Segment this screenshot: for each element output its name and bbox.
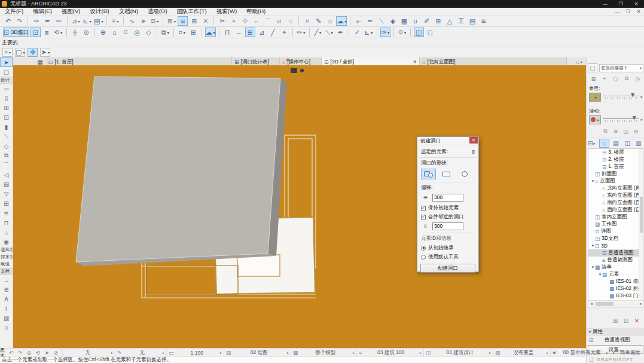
truss-button[interactable]: △ <box>444 16 454 26</box>
shading-mode-dropdown[interactable]: ◐简单底纹▸ <box>611 349 644 356</box>
pipe-tool[interactable]: 排水管 <box>0 254 13 261</box>
chevron-right-icon[interactable]: ▸ <box>640 94 643 99</box>
group-button[interactable]: ⧉▾ <box>149 16 160 26</box>
section-3d-button[interactable]: ⊓ <box>222 28 233 37</box>
tree-item-east-elevation[interactable]: ⌂东向立面图 (自动重 <box>588 192 643 199</box>
rectangle-shape-button[interactable] <box>439 169 454 179</box>
camera-button[interactable]: ⌑ <box>121 28 131 37</box>
shell-tool[interactable]: ⌒ <box>0 160 13 170</box>
intersect-button[interactable]: ⌗ <box>302 16 312 26</box>
snap-points-button[interactable]: ⌖ <box>279 28 289 37</box>
trace-layers-button[interactable]: ⧉ <box>623 75 631 83</box>
maximize-button[interactable]: ❐ <box>613 1 628 7</box>
fillet-button[interactable]: ⌒ <box>263 16 273 26</box>
pen-b-button[interactable]: ✒ <box>335 28 346 37</box>
connect-button[interactable]: ⟜ <box>353 16 364 26</box>
slider-thumb[interactable] <box>631 93 634 97</box>
scale-status-dropdown[interactable]: ▭1:100▸ <box>167 349 224 356</box>
lamp-tool[interactable]: ◉ <box>0 237 13 246</box>
confirm-button[interactable]: ✓ <box>352 28 362 37</box>
default-tool-radio-row[interactable]: 使用默认工具 <box>417 254 478 260</box>
properties-header[interactable]: ▾ 属性 <box>587 328 644 335</box>
corner-button[interactable]: ⌐ <box>251 16 261 26</box>
menu-选项[interactable]: 选项(O) <box>143 8 172 16</box>
column-tool[interactable]: ▮ <box>0 122 13 132</box>
pen-set-status-dropdown[interactable]: ≡03 建筑 100▸ <box>357 349 424 356</box>
new-viewpoint-button[interactable]: ⊡ <box>621 316 631 325</box>
text-tool[interactable]: A <box>0 294 13 304</box>
view-map-tab-button[interactable]: ▤ <box>611 139 621 148</box>
tree-item-south-elevation[interactable]: ⌂南向立面图 (自动重 <box>588 199 643 206</box>
line-type-b-button[interactable]: ⟍▾ <box>324 28 334 37</box>
dimension-tool[interactable]: ↔ <box>0 275 13 285</box>
inject-parameters-button[interactable]: ✒ <box>42 16 53 26</box>
viewpoint-button[interactable]: ◇ <box>144 28 154 37</box>
pen-status-dropdown[interactable]: ✎无▸ <box>115 349 167 356</box>
trace-reference-dropdown[interactable]: 在当前楼层下 ▾ <box>599 64 643 72</box>
orbit-quick-button[interactable]: ⟲ <box>34 349 42 356</box>
skylight-tool[interactable]: ⊡ <box>0 112 13 122</box>
gravity-button[interactable]: ∿ <box>127 16 137 26</box>
create-opening-button[interactable]: 创建洞口 <box>420 264 475 273</box>
suspend-groups-button[interactable]: ⧈ <box>178 16 188 26</box>
scroll-right-arrow[interactable]: ► <box>638 302 643 306</box>
measure-button[interactable]: ⊿▾ <box>71 16 81 26</box>
pick-up-parameters-button[interactable]: ✑ <box>31 16 41 26</box>
tree-item-ies-01[interactable]: ▦IES-01 墙壁一览表 <box>588 278 643 285</box>
expand-caret-icon[interactable]: ▼ <box>591 244 595 248</box>
merge-openings-row[interactable]: 合并邻近的洞口 <box>417 213 478 220</box>
renovation-button[interactable]: ≋ <box>478 16 489 26</box>
chevron-right-icon[interactable]: ▸ <box>640 117 643 122</box>
arrow-mode-button[interactable]: ➤▾ <box>40 48 50 57</box>
marquee-tool[interactable]: ▢ <box>0 67 13 77</box>
more-button[interactable]: 更多 <box>0 349 5 356</box>
3d-window-button[interactable]: ⊡3D窗口 <box>3 28 29 37</box>
resize-button[interactable]: ⧄ <box>274 16 284 26</box>
scrollbar-thumb[interactable] <box>596 302 614 306</box>
tree-item-story-3[interactable]: ⊟3. 楼层 <box>588 149 643 156</box>
pan-mode-button[interactable]: ✜ <box>28 48 38 57</box>
split-button[interactable]: ✂ <box>217 16 227 26</box>
default-settings-button[interactable]: ⌗▾ <box>2 48 13 57</box>
align-button[interactable]: ≃ <box>365 16 375 26</box>
undo-button[interactable]: ↶ <box>3 16 13 26</box>
favorites-status-dropdown[interactable]: 无▸ <box>63 349 115 356</box>
menu-团队工作[interactable]: 团队工作(T) <box>172 8 212 16</box>
tree-item-generic-axonometry[interactable]: ⧇普通轴测图 <box>588 257 643 264</box>
paint-button[interactable]: ✎ <box>313 16 323 26</box>
fit-in-window-button[interactable]: ⌂ <box>109 28 120 37</box>
tree-item-elevations[interactable]: ▼⌂立面图 <box>588 178 643 185</box>
object-tool[interactable]: ⌂ <box>0 227 13 237</box>
beam-tool[interactable]: ⟍ <box>0 132 13 141</box>
paintbrush-button[interactable]: ✐ <box>422 16 432 26</box>
create-opening-button[interactable]: ☁▾ <box>336 16 347 26</box>
stair-tool[interactable]: ≣ <box>0 208 13 218</box>
tree-item-story-1[interactable]: ⊟1. 首层 <box>588 163 643 170</box>
stretch-button[interactable]: ⟐ <box>240 16 250 26</box>
merge-openings-checkbox[interactable] <box>421 215 426 219</box>
size-input[interactable] <box>432 222 463 230</box>
publisher-tab-button[interactable]: ▥ <box>633 139 643 148</box>
menu-视图[interactable]: 视图(V) <box>57 8 86 16</box>
reference-opacity-slider[interactable] <box>603 93 639 100</box>
new-3d-window-button[interactable]: ⊞ <box>188 28 199 37</box>
orbit-button[interactable]: ⟲▾ <box>53 28 63 37</box>
explode-button[interactable]: ✕ <box>200 16 210 26</box>
mesh-tool[interactable]: ⊞ <box>0 199 13 208</box>
renovation-filter-dropdown[interactable]: ☛00 显示所有元素▸ <box>551 349 611 356</box>
zoom-3d-button[interactable]: ⊕ <box>98 28 108 37</box>
dialog-close-button[interactable]: ✕ <box>469 137 478 144</box>
expand-caret-icon[interactable]: ▼ <box>591 179 595 183</box>
wall-tool[interactable]: ▱ <box>0 84 13 93</box>
expand-caret-icon[interactable]: ▼ <box>598 273 602 276</box>
window-tool[interactable]: ⊞ <box>0 103 13 112</box>
panel-b-button[interactable]: ◻ <box>425 28 435 37</box>
menu-文件[interactable]: 文件(F) <box>0 8 28 16</box>
tree-item-generic-perspective[interactable]: ⊡普通透视图 <box>588 249 643 257</box>
roof-slab-top-face[interactable] <box>76 77 280 262</box>
angle-snap-button[interactable]: ⊾▾ <box>364 28 374 37</box>
opening-tools-button[interactable]: ☁▾ <box>205 28 216 37</box>
clone-button[interactable]: ⧉▾ <box>160 28 170 37</box>
fill-tool[interactable]: ▨ <box>0 313 13 323</box>
trace-pick-button[interactable]: ⌖ <box>601 75 609 83</box>
